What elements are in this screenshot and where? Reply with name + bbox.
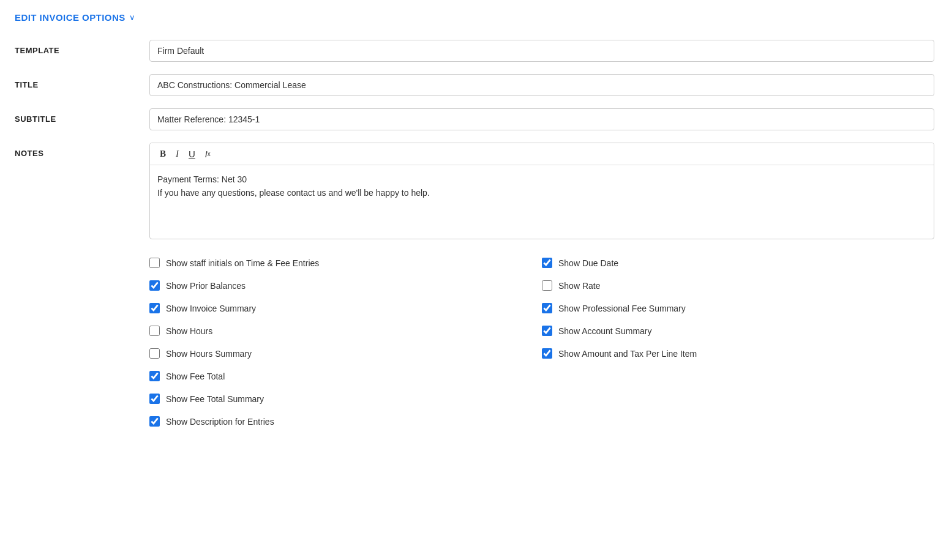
checkbox-label[interactable]: Show Hours (166, 326, 212, 336)
clear-format-button[interactable]: Ix (201, 147, 214, 161)
checkbox-cbr4[interactable] (542, 326, 552, 336)
template-label: TEMPLATE (15, 40, 149, 55)
checkbox-label[interactable]: Show Due Date (558, 258, 618, 268)
list-item: Show Invoice Summary (149, 297, 542, 319)
underline-button[interactable]: U (185, 147, 199, 161)
checkbox-cb5[interactable] (149, 348, 160, 359)
chevron-down-icon: ∨ (129, 13, 135, 22)
checkbox-label[interactable]: Show Rate (558, 281, 600, 291)
list-item: Show Fee Total Summary (149, 387, 542, 410)
checkbox-cb6[interactable] (149, 371, 160, 381)
list-item: Show Rate (542, 274, 934, 297)
edit-invoice-header[interactable]: EDIT INVOICE OPTIONS ∨ (15, 12, 934, 23)
title-input[interactable] (149, 74, 934, 96)
notes-toolbar: B I U Ix (150, 143, 934, 165)
italic-button[interactable]: I (172, 147, 182, 161)
list-item: Show Hours Summary (149, 342, 542, 365)
checkbox-label[interactable]: Show Fee Total Summary (166, 394, 264, 404)
template-row: TEMPLATE (15, 40, 934, 62)
subtitle-row: SUBTITLE (15, 108, 934, 130)
notes-content[interactable]: Payment Terms: Net 30 If you have any qu… (150, 165, 934, 239)
notes-editor-wrap: B I U Ix Payment Terms: Net 30 If you ha… (149, 143, 934, 239)
checkboxes-right-col: Show Due DateShow RateShow Professional … (542, 252, 934, 433)
checkbox-cbr3[interactable] (542, 303, 552, 313)
checkbox-cbr2[interactable] (542, 280, 552, 291)
notes-row: NOTES B I U Ix Payment Terms: Net 30 If … (15, 143, 934, 239)
subtitle-input[interactable] (149, 108, 934, 130)
list-item: Show Fee Total (149, 365, 542, 387)
checkboxes-section: Show staff initials on Time & Fee Entrie… (149, 252, 934, 433)
checkbox-label[interactable]: Show Hours Summary (166, 349, 252, 359)
list-item: Show Hours (149, 319, 542, 342)
template-input-wrap (149, 40, 934, 62)
edit-invoice-title[interactable]: EDIT INVOICE OPTIONS (15, 12, 126, 23)
subtitle-label: SUBTITLE (15, 108, 149, 124)
checkbox-cb8[interactable] (149, 416, 160, 427)
notes-editor[interactable]: B I U Ix Payment Terms: Net 30 If you ha… (149, 143, 934, 239)
list-item: Show Account Summary (542, 319, 934, 342)
list-item: Show staff initials on Time & Fee Entrie… (149, 252, 542, 274)
checkboxes-left-col: Show staff initials on Time & Fee Entrie… (149, 252, 542, 433)
checkbox-cb3[interactable] (149, 303, 160, 313)
checkbox-label[interactable]: Show Account Summary (558, 326, 652, 336)
checkbox-cb2[interactable] (149, 280, 160, 291)
list-item: Show Professional Fee Summary (542, 297, 934, 319)
notes-line1: Payment Terms: Net 30 (157, 173, 926, 186)
checkbox-label[interactable]: Show Professional Fee Summary (558, 304, 686, 313)
checkbox-label[interactable]: Show Prior Balances (166, 281, 246, 291)
checkbox-label[interactable]: Show Amount and Tax Per Line Item (558, 349, 697, 359)
list-item: Show Description for Entries (149, 410, 542, 433)
checkbox-label[interactable]: Show Description for Entries (166, 417, 274, 427)
bold-button[interactable]: B (156, 147, 170, 161)
checkbox-label[interactable]: Show Invoice Summary (166, 304, 256, 313)
title-label: TITLE (15, 74, 149, 89)
list-item: Show Amount and Tax Per Line Item (542, 342, 934, 365)
checkbox-cb4[interactable] (149, 326, 160, 336)
notes-label: NOTES (15, 143, 149, 158)
list-item: Show Due Date (542, 252, 934, 274)
subtitle-input-wrap (149, 108, 934, 130)
checkbox-label[interactable]: Show staff initials on Time & Fee Entrie… (166, 258, 319, 268)
template-input[interactable] (149, 40, 934, 62)
title-input-wrap (149, 74, 934, 96)
notes-line2: If you have any questions, please contac… (157, 186, 926, 200)
title-row: TITLE (15, 74, 934, 96)
checkbox-cbr1[interactable] (542, 258, 552, 268)
checkbox-cbr5[interactable] (542, 348, 552, 359)
checkbox-label[interactable]: Show Fee Total (166, 371, 225, 381)
list-item: Show Prior Balances (149, 274, 542, 297)
checkbox-cb1[interactable] (149, 258, 160, 268)
checkbox-cb7[interactable] (149, 394, 160, 404)
